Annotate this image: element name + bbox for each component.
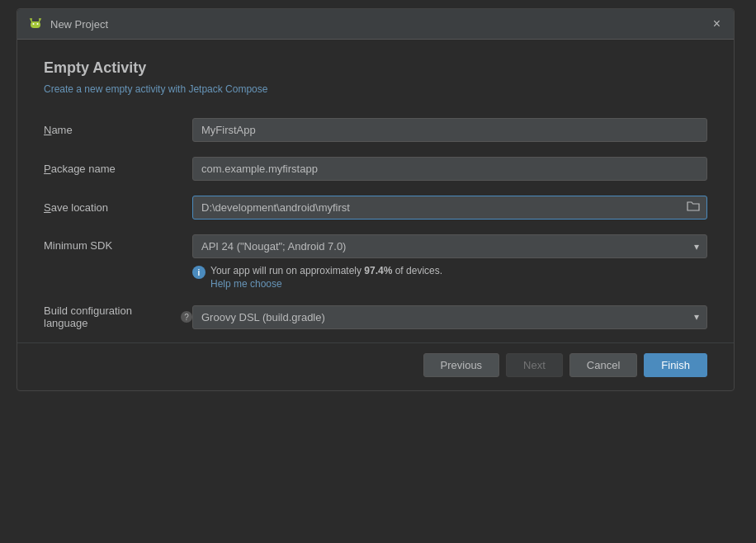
name-input[interactable] — [192, 118, 707, 142]
close-button[interactable]: × — [710, 17, 724, 31]
package-label: Package name — [44, 163, 192, 175]
name-row: Name — [44, 118, 707, 142]
dialog-title: New Project — [50, 18, 108, 31]
dialog-body: Empty Activity Create a new empty activi… — [17, 40, 734, 342]
dialog-titlebar: New Project × — [17, 9, 734, 40]
svg-point-2 — [37, 23, 39, 25]
sdk-info-text: Your app will run on approximately 97.4%… — [210, 265, 442, 290]
help-me-choose-link[interactable]: Help me choose — [210, 278, 442, 290]
browse-folder-button[interactable] — [680, 197, 706, 218]
build-config-select-wrapper: Groovy DSL (build.gradle) — [192, 305, 707, 329]
save-location-field — [192, 196, 707, 220]
svg-rect-0 — [31, 21, 40, 28]
info-icon: i — [192, 266, 206, 279]
build-config-row: Build configuration language ? Groovy DS… — [44, 305, 707, 329]
package-row: Package name — [44, 157, 707, 181]
name-label: Name — [44, 124, 192, 136]
dialog-footer: Previous Next Cancel Finish — [17, 342, 734, 390]
finish-button[interactable]: Finish — [644, 353, 707, 377]
save-location-label: Save location — [44, 201, 192, 214]
android-logo-icon — [27, 16, 44, 32]
save-location-row: Save location — [44, 196, 707, 220]
new-project-dialog: New Project × Empty Activity Create a ne… — [17, 8, 735, 391]
cancel-button[interactable]: Cancel — [569, 353, 637, 377]
package-input[interactable] — [192, 157, 707, 181]
sdk-row: Minimum SDK API 24 ("Nougat"; Android 7.… — [44, 234, 707, 290]
help-icon[interactable]: ? — [181, 311, 192, 323]
dialog-overlay: New Project × Empty Activity Create a ne… — [0, 0, 756, 543]
titlebar-left: New Project — [27, 16, 108, 32]
sdk-right: API 24 ("Nougat"; Android 7.0) i Your ap… — [192, 234, 707, 290]
sdk-select[interactable]: API 24 ("Nougat"; Android 7.0) — [192, 234, 707, 258]
sdk-label: Minimum SDK — [44, 234, 192, 252]
next-button[interactable]: Next — [506, 353, 563, 377]
sdk-info-row: i Your app will run on approximately 97.… — [192, 265, 707, 290]
save-location-input[interactable] — [193, 196, 680, 219]
sdk-select-wrapper: API 24 ("Nougat"; Android 7.0) — [192, 234, 707, 258]
build-config-select[interactable]: Groovy DSL (build.gradle) — [192, 305, 707, 329]
section-subtitle: Create a new empty activity with Jetpack… — [44, 83, 707, 95]
svg-point-1 — [33, 23, 35, 25]
section-title: Empty Activity — [44, 59, 707, 77]
previous-button[interactable]: Previous — [423, 353, 500, 377]
build-config-label: Build configuration language ? — [44, 305, 192, 329]
